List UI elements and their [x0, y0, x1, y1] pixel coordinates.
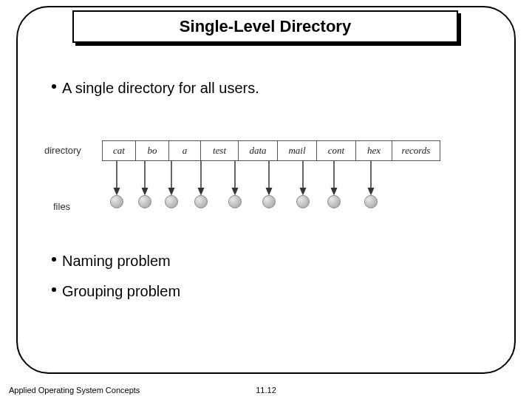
arrows-svg — [44, 140, 488, 225]
bullet-grouping-text: Grouping problem — [62, 283, 180, 300]
file-node — [110, 195, 123, 208]
lower-bullets: Naming problem Grouping problem — [52, 253, 180, 307]
file-node — [165, 195, 178, 208]
bullet-icon — [52, 257, 56, 262]
page-title: Single-Level Directory — [180, 17, 351, 36]
bullet-icon — [52, 287, 56, 292]
bullet-main: A single directory for all users. — [52, 80, 488, 97]
file-node — [364, 195, 378, 208]
footer-left: Applied Operating System Concepts — [9, 386, 140, 395]
bullet-naming: Naming problem — [52, 253, 180, 270]
file-node — [138, 195, 151, 208]
file-node — [327, 195, 341, 208]
footer-page-number: 11.12 — [256, 386, 276, 395]
bullet-grouping: Grouping problem — [52, 283, 180, 300]
bullet-naming-text: Naming problem — [62, 253, 171, 270]
title-box: Single-Level Directory — [72, 10, 458, 43]
directory-diagram: directory files cat bo a test data mail … — [44, 140, 488, 225]
file-node — [262, 195, 276, 208]
file-node — [296, 195, 310, 208]
content-area: A single directory for all users. — [52, 80, 488, 104]
bullet-main-text: A single directory for all users. — [62, 80, 259, 97]
file-node — [228, 195, 242, 208]
bullet-icon — [52, 84, 56, 89]
file-node — [194, 195, 208, 208]
